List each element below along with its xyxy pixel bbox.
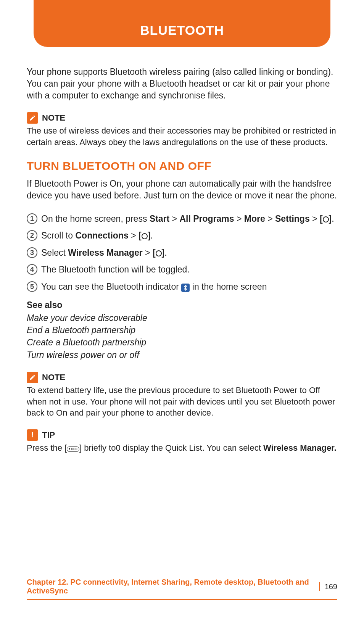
step-list: 1 On the home screen, press Start > All …: [27, 212, 337, 293]
step-item: 2 Scroll to Connections > [].: [27, 229, 337, 242]
see-also-item: Turn wireless power on or off: [27, 349, 337, 361]
section-intro: If Bluetooth Power is On, your phone can…: [27, 178, 337, 201]
section-heading: TURN BLUETOOTH ON AND OFF: [27, 160, 337, 172]
note-header: NOTE: [27, 112, 337, 124]
chapter-banner: BLUETOOTH: [34, 0, 330, 47]
note-text: The use of wireless devices and their ac…: [27, 125, 337, 148]
note-label: NOTE: [42, 372, 65, 382]
see-also-item: End a Bluetooth partnership: [27, 324, 337, 336]
step-text: The Bluetooth function will be toggled.: [41, 263, 337, 276]
see-also-item: Create a Bluetooth partnership: [27, 336, 337, 348]
step-text: Select Wireless Manager > [].: [41, 246, 337, 260]
step-text: On the home screen, press Start > All Pr…: [41, 212, 337, 226]
pencil-note-icon: [27, 112, 38, 124]
ok-button-icon: [156, 250, 162, 256]
note-text: To extend battery life, use the previous…: [27, 385, 337, 419]
see-also-block: See also Make your device discoverable E…: [27, 300, 337, 361]
tip-text: Press the [REC] briefly to0 display the …: [27, 442, 337, 454]
step-item: 1 On the home screen, press Start > All …: [27, 212, 337, 226]
tip-header: ! TIP: [27, 429, 337, 441]
step-number-icon: 2: [27, 230, 37, 241]
step-item: 4 The Bluetooth function will be toggled…: [27, 263, 337, 276]
step-number-icon: 1: [27, 213, 37, 224]
exclamation-tip-icon: !: [27, 429, 38, 441]
manual-page: BLUETOOTH Your phone supports Bluetooth …: [0, 0, 364, 619]
step-number-icon: 4: [27, 264, 37, 275]
ok-button-icon: [323, 216, 329, 222]
page-footer: Chapter 12. PC connectivity, Internet Sh…: [27, 578, 337, 600]
step-item: 5 You can see the Bluetooth indicator in…: [27, 280, 337, 293]
step-text: You can see the Bluetooth indicator in t…: [41, 280, 337, 293]
page-number: 169: [325, 582, 337, 591]
rec-button-icon: REC: [67, 447, 79, 452]
intro-paragraph: Your phone supports Bluetooth wireless p…: [27, 66, 337, 102]
step-number-icon: 3: [27, 247, 37, 258]
see-also-title: See also: [27, 300, 337, 310]
note-header: NOTE: [27, 372, 337, 383]
page-title: BLUETOOTH: [34, 23, 330, 38]
footer-rule: [27, 599, 337, 600]
tip-label: TIP: [42, 430, 55, 440]
step-text: Scroll to Connections > [].: [41, 229, 337, 242]
footer-divider: [319, 582, 320, 591]
bluetooth-icon: [181, 284, 190, 292]
chapter-label: Chapter 12. PC connectivity, Internet Sh…: [27, 578, 314, 595]
step-item: 3 Select Wireless Manager > [].: [27, 246, 337, 260]
ok-button-icon: [142, 233, 148, 239]
pencil-note-icon: [27, 372, 38, 383]
step-number-icon: 5: [27, 281, 37, 292]
note-label: NOTE: [42, 113, 65, 123]
see-also-item: Make your device discoverable: [27, 312, 337, 324]
